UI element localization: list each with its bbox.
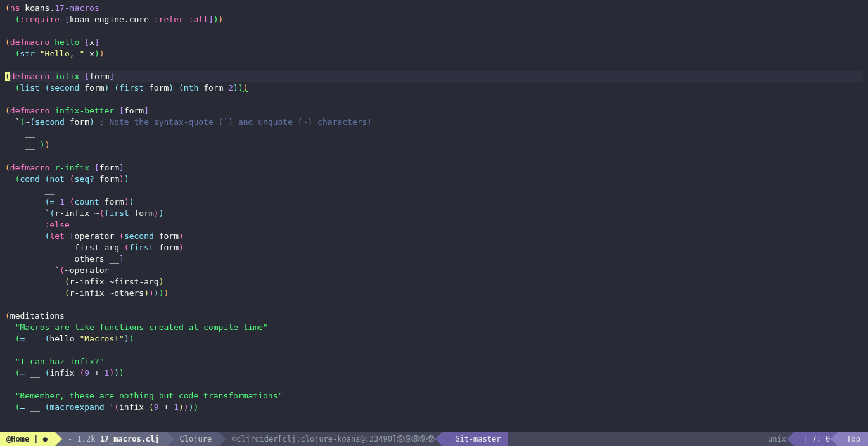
code-line[interactable]: (= __ (macroexpand '(infix (9 + 1)))) (5, 402, 863, 413)
code-line[interactable]: (meditations (5, 310, 863, 322)
modeline-scroll: Top (838, 432, 868, 446)
modeline-cider[interactable]: ©cljrcider[clj:clojure-koans@:33490]⑫⑨⑧⑨… (219, 432, 442, 446)
code-line[interactable] (5, 345, 863, 356)
code-line[interactable]: (defmacro infix [form] (5, 71, 863, 82)
code-line[interactable]: (= __ (infix (9 + 1))) (5, 367, 863, 379)
modeline-size: - 1.2k (68, 433, 95, 445)
code-line[interactable]: __ (5, 128, 863, 139)
code-line[interactable] (5, 94, 863, 105)
code-line[interactable] (5, 379, 863, 390)
modeline-filename: 17_macros.clj (100, 433, 160, 445)
code-line[interactable]: "Macros are like functions created at co… (5, 322, 863, 333)
code-line[interactable]: (list (second form) (first form) (nth fo… (5, 82, 863, 94)
code-line[interactable] (5, 25, 863, 37)
code-line[interactable]: (let [operator (second form) (5, 231, 863, 242)
modeline: @Home | ● - 1.2k 17_macros.clj Clojure ©… (0, 432, 868, 446)
code-line[interactable]: (ns koans.17-macros (5, 3, 863, 14)
code-line[interactable] (5, 151, 863, 162)
modeline-file[interactable]: - 1.2k 17_macros.clj (55, 432, 167, 446)
modeline-git[interactable]: Git-master (442, 432, 508, 446)
modeline-major-mode[interactable]: Clojure (167, 432, 220, 446)
code-line[interactable]: __ )) (5, 139, 863, 151)
code-line[interactable]: (= __ (hello "Macros!")) (5, 333, 863, 345)
code-area[interactable]: (ns koans.17-macros (:require [koan-engi… (0, 0, 868, 432)
code-line[interactable]: `(~(second form) ; Note the syntax-quote… (5, 117, 863, 128)
code-line[interactable]: (:require [koan-engine.core :refer :all]… (5, 14, 863, 25)
code-line[interactable]: others __] (5, 253, 863, 265)
code-line[interactable]: __ (5, 185, 863, 196)
code-line[interactable]: `(r-infix ~(first form)) (5, 208, 863, 219)
editor-pane[interactable]: (ns koans.17-macros (:require [koan-engi… (0, 0, 868, 432)
code-line[interactable]: (r-infix ~first-arg) (5, 276, 863, 288)
code-line[interactable]: :else (5, 219, 863, 231)
code-line[interactable]: (r-infix ~others))))) (5, 288, 863, 299)
code-line[interactable] (5, 299, 863, 310)
modeline-home[interactable]: @Home | ● (0, 432, 55, 446)
code-line[interactable]: "Remember, these are nothing but code tr… (5, 390, 863, 402)
code-line[interactable]: (str "Hello, " x)) (5, 48, 863, 60)
code-line[interactable] (5, 60, 863, 71)
code-line[interactable]: "I can haz infix?" (5, 356, 863, 367)
code-line[interactable]: first-arg (first form) (5, 242, 863, 253)
code-line[interactable]: `(~operator (5, 265, 863, 276)
code-line[interactable]: (defmacro hello [x] (5, 37, 863, 48)
code-line[interactable]: (= 1 (count form)) (5, 196, 863, 208)
code-line[interactable]: (defmacro infix-better [form] (5, 105, 863, 117)
code-line[interactable]: (defmacro r-infix [form] (5, 162, 863, 174)
code-line[interactable]: (cond (not (seq? form)) (5, 174, 863, 185)
